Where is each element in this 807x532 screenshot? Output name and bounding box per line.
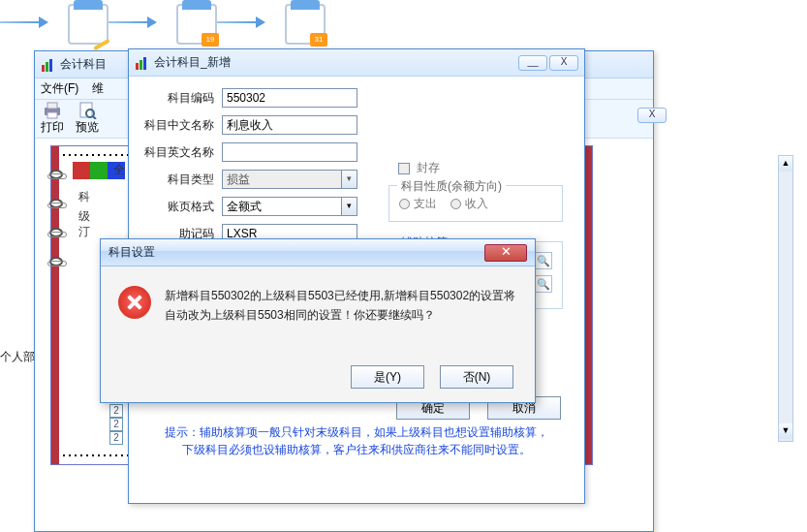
arrow-icon xyxy=(0,19,68,29)
nature-fieldset: 科目性质(余额方向) 支出 收入 xyxy=(388,185,563,222)
toolbar-preview[interactable]: 预览 xyxy=(70,100,105,138)
dialog-titlebar[interactable]: 科目设置 ✕ xyxy=(101,239,535,266)
window-minimize-button[interactable]: __ xyxy=(518,55,547,71)
svg-rect-5 xyxy=(47,112,57,118)
seal-checkbox[interactable]: 封存 xyxy=(398,160,440,176)
checkbox-icon xyxy=(398,163,410,174)
col-header: 汀 xyxy=(78,224,90,240)
label-ename: 科目英文名称 xyxy=(139,144,222,161)
app-icon xyxy=(135,55,150,71)
toolbar-print[interactable]: 打印 xyxy=(35,100,70,138)
type-select[interactable]: 损益 ▾ xyxy=(222,170,357,189)
menu-file[interactable]: 文件(F) xyxy=(41,81,78,95)
chevron-down-icon[interactable]: ▾ xyxy=(341,171,357,188)
dialog-title: 科目设置 xyxy=(109,244,484,261)
dialog-close-button[interactable]: ✕ xyxy=(484,244,527,262)
app-icon xyxy=(41,57,56,73)
col-header: 科 xyxy=(78,189,90,205)
printer-icon xyxy=(43,102,62,119)
error-icon xyxy=(118,286,151,319)
scroll-up-icon[interactable]: ▲ xyxy=(779,156,792,172)
no-button[interactable]: 否(N) xyxy=(440,365,513,389)
svg-rect-0 xyxy=(42,65,45,72)
svg-line-8 xyxy=(93,116,96,119)
preview-icon xyxy=(78,102,97,119)
chevron-down-icon[interactable]: ▾ xyxy=(341,198,357,215)
vertical-scrollbar[interactable]: ▲ ▼ xyxy=(778,155,793,442)
label-type: 科目类型 xyxy=(139,172,222,188)
radio-expense: 支出 xyxy=(399,196,437,212)
arrow-icon xyxy=(217,19,285,29)
svg-rect-11 xyxy=(143,57,146,70)
calendar-icon: 31 xyxy=(285,4,326,45)
svg-rect-2 xyxy=(49,59,52,72)
wizard-steps: 19 31 xyxy=(0,0,807,48)
radio-income: 收入 xyxy=(450,196,488,212)
radio-icon xyxy=(399,199,410,209)
calendar-icon: 19 xyxy=(176,4,217,45)
svg-rect-9 xyxy=(136,63,139,70)
window-close-button[interactable]: X xyxy=(637,108,667,123)
chinese-name-input[interactable] xyxy=(222,115,357,135)
label-code: 科目编码 xyxy=(139,90,222,107)
col-header: 全 xyxy=(113,162,125,178)
binder-rings xyxy=(49,170,63,266)
code-input[interactable] xyxy=(222,88,357,108)
level-boxes: 2 2 2 xyxy=(109,404,123,445)
dialog-message: 新增科目550302的上级科目5503已经使用,新增科目550302的设置将 自… xyxy=(165,286,515,326)
svg-rect-10 xyxy=(140,60,142,70)
window-title: 会计科目_新增 xyxy=(154,54,518,71)
label-page: 账页格式 xyxy=(139,199,222,215)
english-name-input[interactable] xyxy=(222,142,357,162)
lookup-button[interactable]: 🔍 xyxy=(535,275,552,293)
window-titlebar[interactable]: 会计科目_新增 __ X xyxy=(129,49,584,77)
svg-rect-1 xyxy=(46,62,48,72)
svg-rect-4 xyxy=(47,103,57,109)
fieldset-legend: 科目性质(余额方向) xyxy=(397,178,506,195)
lookup-button[interactable]: 🔍 xyxy=(535,252,552,269)
note-edit-icon xyxy=(68,4,109,45)
page-format-select[interactable]: 金额式 ▾ xyxy=(222,197,357,216)
label-cname: 科目中文名称 xyxy=(139,117,222,134)
confirm-dialog: 科目设置 ✕ 新增科目550302的上级科目5503已经使用,新增科目55030… xyxy=(100,238,536,403)
radio-icon xyxy=(450,199,461,209)
window-close-button[interactable]: X xyxy=(549,55,578,71)
arrow-icon xyxy=(109,19,176,29)
yes-button[interactable]: 是(Y) xyxy=(351,365,424,389)
hint-text: 提示：辅助核算项一般只针对末级科目，如果上级科目也想设置辅助核算， 下级科目必须… xyxy=(140,423,573,458)
menu-item[interactable]: 维 xyxy=(92,81,104,95)
scroll-down-icon[interactable]: ▼ xyxy=(779,423,792,439)
col-header: 级 xyxy=(78,208,90,225)
ledger-stripe xyxy=(584,146,592,464)
